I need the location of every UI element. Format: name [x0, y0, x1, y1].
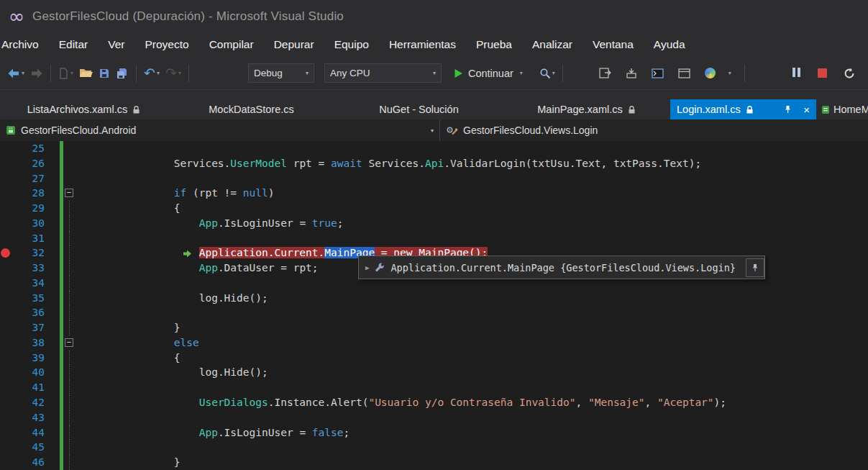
breakpoint-margin[interactable] — [0, 231, 13, 246]
menu-equipo[interactable]: Equipo — [324, 35, 379, 55]
menu-prueba[interactable]: Prueba — [466, 35, 522, 55]
code-text[interactable] — [78, 305, 868, 320]
menu-proyecto[interactable]: Proyecto — [134, 35, 198, 55]
redo-button[interactable]: ↷ ▾ — [163, 63, 184, 84]
close-icon[interactable]: × — [803, 104, 810, 115]
breakpoint-margin[interactable] — [0, 320, 13, 335]
code-text[interactable]: log.Hide(); — [78, 291, 868, 306]
breakpoint-margin[interactable] — [0, 395, 13, 410]
pin-button[interactable] — [746, 258, 764, 277]
android-project-icon — [6, 125, 16, 135]
tab-login-xaml-cs[interactable]: Login.xaml.cs× — [670, 99, 816, 119]
breakpoint-margin[interactable] — [0, 351, 13, 366]
navigate-forward-button[interactable] — [27, 63, 46, 84]
save-button[interactable] — [96, 63, 113, 84]
breakpoint-margin[interactable] — [0, 425, 13, 440]
tab-listaarchivos-xaml-cs[interactable]: ListaArchivos.xaml.cs — [0, 99, 168, 119]
code-text[interactable] — [78, 141, 868, 156]
breakpoint-margin[interactable] — [0, 440, 13, 455]
undo-button[interactable]: ↶ ▾ — [141, 63, 163, 84]
restart-button[interactable] — [841, 63, 858, 84]
output-window-button[interactable] — [596, 63, 614, 84]
toolbar-overflow-chevron[interactable]: ▾ — [728, 70, 731, 76]
breakpoint-margin[interactable] — [0, 201, 13, 216]
save-all-button[interactable] — [113, 63, 132, 84]
line-number: 27 — [13, 171, 45, 186]
code-text[interactable]: } — [78, 320, 868, 335]
find-in-process-button[interactable]: ▾ — [536, 63, 558, 84]
code-text[interactable] — [78, 380, 868, 395]
navigate-back-button[interactable]: ▾ — [4, 63, 27, 84]
pin-icon[interactable] — [784, 105, 792, 114]
menu-editar[interactable]: Editar — [49, 35, 99, 55]
play-icon — [454, 68, 463, 78]
code-text[interactable] — [78, 410, 868, 425]
menu-compilar[interactable]: Compilar — [199, 35, 264, 55]
code-text[interactable]: if (rpt != null) — [78, 186, 868, 201]
breakpoint-margin[interactable] — [0, 455, 13, 470]
code-line: 25 — [0, 141, 868, 156]
code-text[interactable]: { — [78, 351, 868, 366]
stop-debugging-button[interactable] — [815, 63, 830, 84]
breakpoint-margin[interactable] — [0, 245, 13, 261]
chevron-down-icon: ▾ — [22, 70, 24, 76]
tab-homem[interactable]: HomeM — [816, 99, 868, 119]
type-dropdown[interactable]: GestorFilesCloud.Views.Login — [440, 119, 868, 141]
code-text[interactable]: App.IsLoginUser = false; — [78, 425, 868, 440]
breakpoint-margin[interactable] — [0, 410, 13, 425]
breakpoint-indicator[interactable] — [1, 248, 10, 258]
tab-mockdatastore-cs[interactable]: MockDataStore.cs — [168, 99, 335, 119]
code-text[interactable]: else — [78, 335, 868, 351]
menu-herramientas[interactable]: Herramientas — [379, 35, 466, 55]
code-text[interactable] — [78, 231, 868, 246]
breakpoint-margin[interactable] — [0, 365, 13, 380]
breakpoint-margin[interactable] — [0, 291, 13, 306]
code-text[interactable]: UserDialogs.Instance.Alert("Usuario y/o … — [78, 395, 868, 410]
code-text[interactable]: Services.UserModel rpt = await Services.… — [78, 156, 868, 171]
browser-link-button[interactable] — [702, 63, 718, 84]
code-line: 31 — [0, 231, 868, 246]
code-text[interactable] — [78, 440, 868, 455]
break-all-button[interactable] — [788, 63, 804, 84]
deploy-button[interactable] — [623, 63, 640, 84]
breakpoint-margin[interactable] — [0, 380, 13, 395]
continue-button[interactable]: Continuar ▾ — [450, 63, 526, 84]
code-text[interactable]: } — [78, 455, 868, 470]
line-number: 35 — [13, 291, 45, 306]
line-number: 31 — [13, 231, 45, 246]
menu-ayuda[interactable]: Ayuda — [644, 35, 695, 55]
breakpoint-margin[interactable] — [0, 186, 13, 201]
menu-depurar[interactable]: Depurar — [264, 35, 324, 55]
menu-ventana[interactable]: Ventana — [583, 35, 644, 55]
breakpoint-margin[interactable] — [0, 171, 13, 186]
menu-archivo[interactable]: Archivo — [0, 35, 49, 55]
code-text[interactable]: log.Hide(); — [78, 365, 868, 380]
collapse-toggle[interactable]: − — [65, 338, 73, 347]
breakpoint-margin[interactable] — [0, 335, 13, 351]
collapse-toggle[interactable]: − — [65, 189, 73, 197]
breakpoint-margin[interactable] — [0, 141, 13, 156]
breakpoint-margin[interactable] — [0, 216, 13, 231]
tab-mainpage-xaml-cs[interactable]: MainPage.xaml.cs — [503, 99, 670, 119]
breakpoint-margin[interactable] — [0, 261, 13, 276]
debugger-datatip[interactable]: ▶ Application.Current.MainPage {GestorFi… — [358, 256, 765, 279]
solution-configuration-dropdown[interactable]: Debug ▾ — [248, 63, 314, 83]
code-text[interactable]: App.IsLoginUser = true; — [78, 216, 868, 231]
code-text[interactable] — [78, 171, 868, 186]
open-file-button[interactable] — [76, 63, 96, 84]
menu-analizar[interactable]: Analizar — [522, 35, 583, 55]
new-file-button[interactable]: ▾ — [55, 63, 76, 84]
watch-window-button[interactable] — [675, 63, 693, 84]
outlining-guide — [69, 320, 70, 335]
breakpoint-margin[interactable] — [0, 305, 13, 320]
solution-platform-dropdown[interactable]: Any CPU ▾ — [324, 63, 442, 83]
code-text[interactable]: { — [78, 201, 868, 216]
expander-icon[interactable]: ▶ — [365, 264, 369, 271]
immediate-window-button[interactable] — [649, 63, 667, 84]
tab-nuget-solucion[interactable]: NuGet - Solución — [335, 99, 503, 119]
project-dropdown[interactable]: GestorFilesCloud.Android ▾ — [0, 119, 440, 141]
code-line: 40 log.Hide(); — [0, 365, 868, 380]
menu-ver[interactable]: Ver — [98, 35, 134, 55]
breakpoint-margin[interactable] — [0, 276, 13, 291]
breakpoint-margin[interactable] — [0, 156, 13, 171]
